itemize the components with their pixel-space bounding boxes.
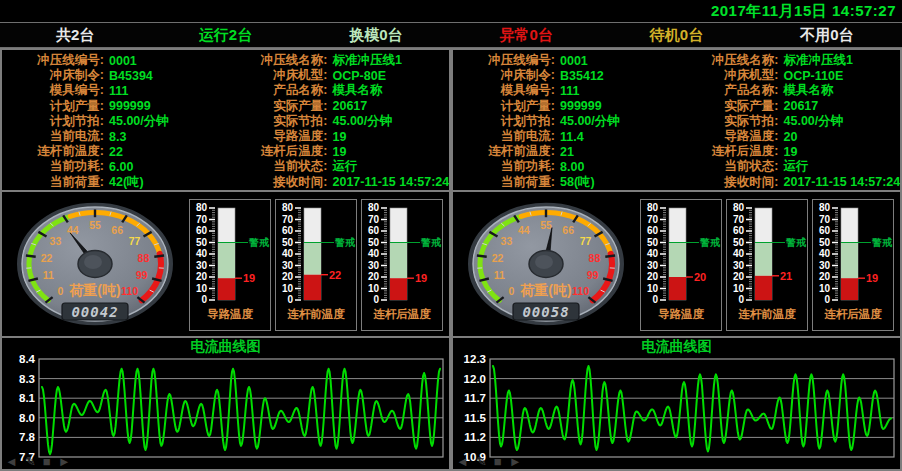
- info-value: 8.00: [560, 160, 584, 174]
- status-bar: 共2台运行2台换模0台异常0台待机0台不用0台: [0, 22, 902, 48]
- svg-text:30: 30: [647, 260, 659, 271]
- svg-text:60: 60: [819, 225, 831, 236]
- info-column-left: 冲压线编号:0001冲床制令:B35412模具编号:111计划产量:999999…: [453, 53, 677, 190]
- forward-arrow-icon[interactable]: ►: [58, 455, 71, 468]
- info-value: 模具名称: [333, 82, 383, 99]
- edit-pencil-icon[interactable]: ✎: [476, 455, 487, 468]
- svg-text:44: 44: [518, 224, 530, 236]
- info-section: 冲压线编号:0001冲床制令:B35412模具编号:111计划产量:999999…: [453, 50, 900, 192]
- top-bar: 2017年11月15日 14:57:27: [0, 0, 902, 22]
- y-axis-label: 12.3: [464, 355, 486, 365]
- gauge-section: 0112233445566778899110荷重(吨)00042 0102030…: [2, 192, 449, 338]
- info-value: 45.00/分钟: [784, 113, 844, 130]
- y-axis-label: 11.2: [464, 431, 486, 443]
- back-arrow-icon[interactable]: ◄: [456, 455, 469, 468]
- thermo-warn-label: 警戒: [334, 237, 356, 248]
- svg-text:50: 50: [196, 237, 208, 248]
- svg-text:20: 20: [282, 271, 294, 282]
- status-count-4: 待机0台: [601, 23, 751, 47]
- info-row: 接收时间:2017-11-15 14:57:24: [677, 175, 901, 190]
- press-line-panels: 冲压线编号:0001冲床制令:B45394模具编号:111计划产量:999999…: [0, 48, 902, 471]
- svg-text:40: 40: [196, 248, 208, 259]
- info-row: 冲床制令:B45394: [2, 68, 226, 83]
- svg-text:110: 110: [121, 285, 138, 297]
- svg-text:50: 50: [282, 237, 294, 248]
- y-axis-label: 8.3: [19, 373, 35, 385]
- info-value: 2017-11-15 14:57:24: [333, 175, 450, 189]
- info-value: 999999: [560, 99, 602, 113]
- svg-text:40: 40: [733, 248, 745, 259]
- info-column-right: 冲压线名称:标准冲压线1冲床机型:OCP-80E产品名称:模具名称实际产量:20…: [226, 53, 450, 190]
- svg-text:55: 55: [540, 219, 552, 231]
- thermo-warn-label: 警戒: [785, 237, 807, 248]
- info-value: 运行: [333, 158, 358, 175]
- svg-text:60: 60: [282, 225, 294, 236]
- y-axis-label: 11.7: [464, 392, 486, 404]
- svg-text:22: 22: [492, 252, 504, 264]
- thermo-value: 22: [329, 269, 341, 281]
- info-row: 当前状态:运行: [226, 159, 450, 174]
- thermometers: 01020304050607080警戒19导路温度010203040506070…: [189, 199, 443, 331]
- gauge-section: 0112233445566778899110荷重(吨)00058 0102030…: [453, 192, 900, 338]
- info-value: 111: [109, 84, 128, 98]
- y-axis-label: 12.0: [464, 373, 486, 385]
- svg-text:0: 0: [201, 294, 207, 305]
- save-icon[interactable]: ■: [494, 455, 502, 468]
- info-row: 冲压线名称:标准冲压线1: [677, 53, 901, 68]
- info-value: 19: [784, 145, 798, 159]
- status-count-2: 换模0台: [301, 23, 451, 47]
- info-value: 0001: [560, 54, 588, 68]
- info-row: 冲床机型:OCP-80E: [226, 68, 450, 83]
- thermo-label: 连杆后温度: [824, 307, 882, 320]
- edit-pencil-icon[interactable]: ✎: [25, 455, 36, 468]
- svg-text:70: 70: [733, 214, 745, 225]
- status-count-3: 异常0台: [451, 23, 601, 47]
- info-label: 接收时间:: [226, 174, 328, 191]
- save-icon[interactable]: ■: [43, 455, 51, 468]
- info-value: 20617: [333, 99, 368, 113]
- load-gauge: 0112233445566778899110荷重(吨)00042: [3, 194, 187, 335]
- svg-text:50: 50: [819, 237, 831, 248]
- chart-toolbar: ◄ ✎ ■ ►: [5, 455, 71, 468]
- y-axis-label: 8.0: [19, 412, 35, 424]
- svg-text:80: 80: [368, 202, 380, 213]
- svg-text:70: 70: [368, 214, 380, 225]
- thermo-label: 导路温度: [207, 307, 254, 320]
- svg-text:0: 0: [57, 285, 63, 297]
- svg-text:88: 88: [589, 252, 601, 264]
- status-count-0: 共2台: [0, 23, 150, 47]
- info-row: 冲床制令:B35412: [453, 68, 677, 83]
- svg-text:30: 30: [282, 260, 294, 271]
- back-arrow-icon[interactable]: ◄: [5, 455, 18, 468]
- info-row: 当前电流:11.4: [453, 129, 677, 144]
- info-value: 20617: [784, 99, 819, 113]
- svg-text:30: 30: [733, 260, 745, 271]
- svg-text:60: 60: [196, 225, 208, 236]
- thermometer-0: 01020304050607080警戒20导路温度: [640, 199, 722, 331]
- svg-text:50: 50: [368, 237, 380, 248]
- status-count-1: 运行2台: [150, 23, 300, 47]
- info-row: 接收时间:2017-11-15 14:57:24: [226, 175, 450, 190]
- svg-text:10: 10: [368, 283, 380, 294]
- info-value: 19: [333, 145, 347, 159]
- forward-arrow-icon[interactable]: ►: [509, 455, 522, 468]
- svg-text:70: 70: [819, 214, 831, 225]
- thermometer-1: 01020304050607080警戒21连杆前温度: [726, 199, 808, 331]
- info-value: 2017-11-15 14:57:24: [784, 175, 901, 189]
- svg-text:66: 66: [111, 224, 123, 236]
- load-gauge: 0112233445566778899110荷重(吨)00058: [454, 194, 638, 335]
- info-value: 111: [560, 84, 579, 98]
- thermo-value: 21: [780, 270, 792, 282]
- info-row: 计划节拍:45.00/分钟: [453, 114, 677, 129]
- info-value: B35412: [560, 69, 604, 83]
- info-row: 冲压线编号:0001: [453, 53, 677, 68]
- info-value: 42(吨): [109, 174, 144, 191]
- thermo-value: 19: [866, 272, 878, 284]
- y-axis-label: 7.8: [19, 431, 36, 443]
- svg-text:80: 80: [819, 202, 831, 213]
- gauge-value-display: 00058: [522, 304, 569, 320]
- svg-text:30: 30: [368, 260, 380, 271]
- info-row: 当前电流:8.3: [2, 129, 226, 144]
- thermometer-2: 01020304050607080警戒19连杆后温度: [361, 199, 443, 331]
- press-line-panel: 冲压线编号:0001冲床制令:B35412模具编号:111计划产量:999999…: [451, 48, 902, 471]
